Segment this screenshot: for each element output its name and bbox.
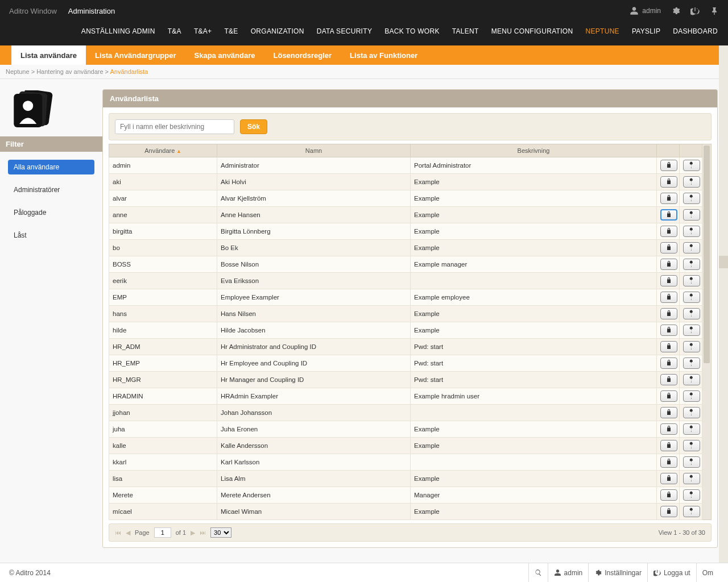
- key-button[interactable]: [683, 456, 700, 468]
- key-button[interactable]: [683, 423, 700, 435]
- sub-tab[interactable]: Lista användare: [11, 45, 86, 65]
- pager-prev-icon[interactable]: ◀: [126, 529, 130, 537]
- key-button[interactable]: [683, 390, 700, 402]
- lock-button[interactable]: [660, 193, 677, 204]
- table-row[interactable]: EMPEmployee ExamplerExample employee: [109, 289, 702, 306]
- key-button[interactable]: [683, 489, 700, 501]
- lock-button[interactable]: [660, 308, 677, 319]
- table-row[interactable]: akiAki HolviExample: [109, 174, 702, 190]
- top-nav-item[interactable]: ORGANIZATION: [251, 27, 304, 35]
- table-row[interactable]: HR_EMPHr Employee and Coupling IDPwd: st…: [109, 355, 702, 372]
- lock-button[interactable]: [660, 423, 677, 435]
- gear-icon[interactable]: [671, 6, 680, 15]
- pager-last-icon[interactable]: ⏭: [200, 529, 206, 536]
- col-desc[interactable]: Beskrivning: [411, 144, 657, 157]
- sub-tab[interactable]: Lista av Funktioner: [341, 45, 427, 65]
- top-nav-item[interactable]: TALENT: [452, 27, 479, 35]
- key-button[interactable]: [683, 275, 700, 286]
- app-name[interactable]: Aditro Window: [9, 7, 57, 15]
- col-user[interactable]: Användare: [109, 144, 217, 157]
- table-row[interactable]: jjohanJohan Johansson: [109, 405, 702, 421]
- lock-button[interactable]: [660, 325, 677, 336]
- lock-button[interactable]: [660, 357, 677, 369]
- key-button[interactable]: [683, 341, 700, 352]
- key-button[interactable]: [683, 160, 700, 171]
- lock-button[interactable]: [660, 292, 677, 303]
- top-nav-item[interactable]: BACK TO WORK: [384, 27, 440, 35]
- table-row[interactable]: lisaLisa AlmExample: [109, 471, 702, 487]
- pager-next-icon[interactable]: ▶: [191, 529, 195, 537]
- key-button[interactable]: [683, 226, 700, 237]
- lock-button[interactable]: [660, 160, 677, 171]
- table-row[interactable]: BOSSBosse NilsonExample manager: [109, 256, 702, 273]
- key-button[interactable]: [683, 292, 700, 303]
- lock-button[interactable]: [660, 506, 677, 517]
- filter-item[interactable]: Låst: [8, 228, 94, 243]
- key-button[interactable]: [683, 473, 700, 484]
- section-title[interactable]: Administration: [68, 7, 115, 15]
- lock-button[interactable]: [660, 259, 677, 270]
- search-button[interactable]: Sök: [240, 119, 267, 134]
- right-dock[interactable]: [719, 45, 728, 552]
- pin-icon[interactable]: [710, 6, 719, 15]
- top-nav-item[interactable]: NEPTUNE: [585, 27, 619, 35]
- table-row[interactable]: MereteMerete AndersenManager: [109, 487, 702, 504]
- lock-button[interactable]: [660, 390, 677, 402]
- table-row[interactable]: juhaJuha EronenExample: [109, 421, 702, 438]
- breadcrumb-item[interactable]: Hantering av användare: [36, 68, 103, 75]
- filter-item[interactable]: Alla användare: [8, 160, 94, 174]
- lock-button[interactable]: [660, 407, 677, 418]
- pager-page-input[interactable]: [154, 527, 171, 538]
- key-button[interactable]: [683, 242, 700, 253]
- top-nav-item[interactable]: MENU CONFIGURATION: [491, 27, 573, 35]
- table-row[interactable]: hildeHilde JacobsenExample: [109, 322, 702, 339]
- table-row[interactable]: kalleKalle AnderssonExample: [109, 438, 702, 454]
- key-button[interactable]: [683, 176, 700, 188]
- table-row[interactable]: mícaelMicael WimanExample: [109, 504, 702, 520]
- filter-item[interactable]: Påloggade: [8, 205, 94, 220]
- col-name[interactable]: Namn: [217, 144, 411, 157]
- key-button[interactable]: [683, 259, 700, 270]
- top-nav-item[interactable]: T&E: [224, 27, 238, 35]
- top-nav-item[interactable]: PAYSLIP: [632, 27, 660, 35]
- lock-button[interactable]: [660, 489, 677, 501]
- current-user[interactable]: admin: [630, 6, 661, 15]
- filter-item[interactable]: Administratörer: [8, 182, 94, 197]
- sub-tab[interactable]: Skapa användare: [185, 45, 264, 65]
- table-row[interactable]: eerikEva Eriksson: [109, 273, 702, 289]
- lock-button[interactable]: [660, 473, 677, 484]
- search-input[interactable]: [115, 119, 234, 134]
- lock-button[interactable]: [660, 456, 677, 468]
- key-button[interactable]: [683, 209, 700, 221]
- table-row[interactable]: birgittaBirgitta LönnbergExample: [109, 223, 702, 240]
- pager-size-select[interactable]: 30: [210, 527, 231, 538]
- top-nav-item[interactable]: DATA SECURITY: [317, 27, 372, 35]
- key-button[interactable]: [683, 357, 700, 369]
- key-button[interactable]: [683, 407, 700, 418]
- table-row[interactable]: HR_ADMHr Administrator and Coupling IDPw…: [109, 339, 702, 355]
- top-nav-item[interactable]: T&A+: [194, 27, 212, 35]
- key-button[interactable]: [683, 308, 700, 319]
- lock-button[interactable]: [660, 374, 677, 385]
- lock-button[interactable]: [660, 226, 677, 237]
- table-row[interactable]: hansHans NilsenExample: [109, 306, 702, 322]
- power-icon[interactable]: [690, 6, 700, 15]
- key-button[interactable]: [683, 193, 700, 204]
- lock-button[interactable]: [660, 176, 677, 188]
- table-row[interactable]: anneAnne HansenExample: [109, 207, 702, 223]
- table-scrollbar[interactable]: [702, 144, 712, 520]
- key-button[interactable]: [683, 325, 700, 336]
- top-nav-item[interactable]: T&A: [168, 27, 181, 35]
- top-nav-item[interactable]: ANSTÄLLNING ADMIN: [81, 27, 155, 35]
- table-row[interactable]: kkarlKarl Karlsson: [109, 454, 702, 471]
- table-row[interactable]: alvarAlvar KjellströmExample: [109, 190, 702, 207]
- sub-tab[interactable]: Lösenordsregler: [264, 45, 341, 65]
- key-button[interactable]: [683, 374, 700, 385]
- key-button[interactable]: [683, 440, 700, 451]
- lock-button[interactable]: [660, 275, 677, 286]
- table-row[interactable]: boBo EkExample: [109, 240, 702, 256]
- lock-button[interactable]: [660, 209, 677, 221]
- key-button[interactable]: [683, 506, 700, 517]
- top-nav-item[interactable]: DASHBOARD: [673, 27, 718, 35]
- lock-button[interactable]: [660, 242, 677, 253]
